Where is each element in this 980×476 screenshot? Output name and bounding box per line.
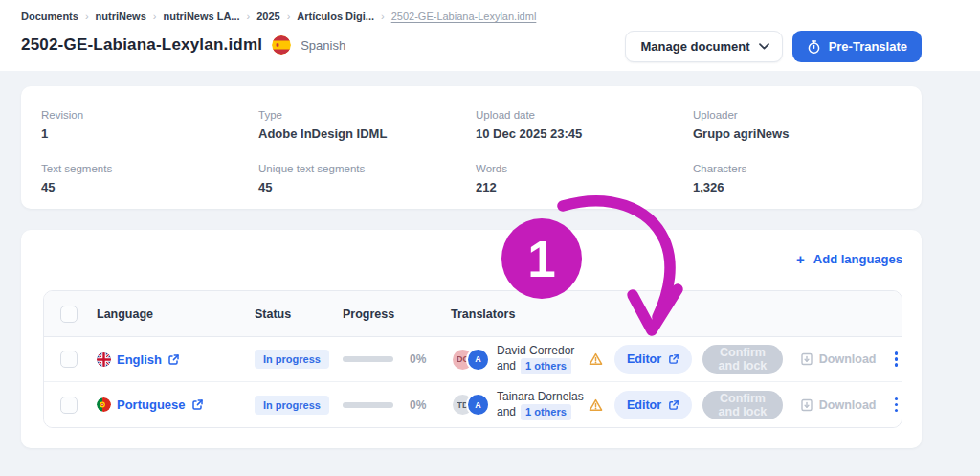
add-languages-label: Add languages <box>813 252 902 266</box>
confirm-and-lock-button[interactable]: Confirm and lock <box>702 345 783 374</box>
info-field-characters: Characters1,326 <box>693 163 922 194</box>
table-row-english: English In progress 0% DC A David Corred… <box>44 337 902 382</box>
translator-names: David Corredor and 1 others <box>497 344 574 374</box>
select-all-checkbox[interactable] <box>60 306 78 323</box>
field-label: Text segments <box>41 163 258 174</box>
download-label: Download <box>819 398 877 412</box>
table-row-portuguese: Portuguese In progress 0% TD A Tainara D… <box>44 382 902 427</box>
external-link-icon <box>668 353 679 365</box>
language-link[interactable]: Portuguese <box>117 397 186 412</box>
row-checkbox[interactable] <box>60 397 78 414</box>
translator-name: Tainara Dornelas <box>497 390 584 403</box>
breadcrumb-separator: › <box>287 11 291 22</box>
pretranslate-button[interactable]: Pre-Translate <box>792 31 922 62</box>
field-value: 1,326 <box>693 180 922 194</box>
download-label: Download <box>819 352 877 366</box>
external-link-icon[interactable] <box>167 353 180 366</box>
languages-card: + Add languages Language Status Progress… <box>21 230 922 448</box>
uk-flag-icon <box>97 352 111 367</box>
status-badge: In progress <box>255 350 329 369</box>
field-value: 45 <box>41 180 258 194</box>
breadcrumb-item[interactable]: 2025 <box>256 11 279 22</box>
breadcrumb: Documents › nutriNews › nutriNews LA... … <box>21 11 536 22</box>
column-header-progress: Progress <box>343 307 394 321</box>
progress-percent: 0% <box>410 398 426 412</box>
breadcrumb-item[interactable]: Documents <box>21 11 78 22</box>
info-field-revision: Revision1 <box>41 109 258 141</box>
progress-bar <box>343 402 393 408</box>
translator-avatars: DC A <box>451 348 490 372</box>
download-icon <box>800 352 813 366</box>
source-language-label: Spanish <box>301 38 345 53</box>
breadcrumb-item[interactable]: nutriNews LA... <box>163 11 239 22</box>
breadcrumb-separator: › <box>85 11 89 22</box>
info-grid: Revision1 TypeAdobe InDesign IDML Upload… <box>41 109 922 194</box>
external-link-icon <box>668 399 679 411</box>
pretranslate-label: Pre-Translate <box>829 39 907 54</box>
language-link[interactable]: English <box>117 352 162 367</box>
info-field-text-segments: Text segments45 <box>41 163 258 194</box>
info-field-unique-segments: Unique text segments45 <box>258 163 476 194</box>
download-button[interactable]: Download <box>800 398 877 412</box>
others-chip[interactable]: 1 others <box>521 404 571 420</box>
field-label: Revision <box>41 109 258 121</box>
row-checkbox[interactable] <box>60 351 78 368</box>
stopwatch-icon <box>807 39 821 55</box>
breadcrumb-separator: › <box>381 11 385 22</box>
field-value: 1 <box>41 126 258 141</box>
external-link-icon[interactable] <box>191 398 204 411</box>
and-label: and <box>497 405 516 419</box>
column-header-status: Status <box>255 307 291 321</box>
download-button[interactable]: Download <box>800 352 877 366</box>
field-value: Grupo agriNews <box>693 126 922 141</box>
editor-button[interactable]: Editor <box>614 345 692 374</box>
plus-icon: + <box>796 252 805 266</box>
info-field-upload-date: Upload date10 Dec 2025 23:45 <box>476 109 693 141</box>
field-value: 45 <box>258 180 476 194</box>
breadcrumb-item[interactable]: Artículos Digi... <box>297 11 374 22</box>
add-languages-button[interactable]: + Add languages <box>796 252 902 266</box>
translator-names: Tainara Dornelas and 1 others <box>497 390 584 420</box>
field-value: Adobe InDesign IDML <box>258 126 476 141</box>
row-menu-kebab-icon[interactable] <box>891 348 902 371</box>
translator-name: David Corredor <box>497 344 574 357</box>
manage-document-button[interactable]: Manage document <box>625 31 783 62</box>
editor-label: Editor <box>627 352 661 366</box>
avatar: A <box>466 348 490 372</box>
avatar: A <box>466 393 490 417</box>
page-title: 2502-GE-Labiana-Lexylan.idml <box>21 35 262 55</box>
editor-button[interactable]: Editor <box>614 391 692 419</box>
column-header-translators: Translators <box>451 307 515 321</box>
field-value: 10 Dec 2025 23:45 <box>476 126 693 141</box>
warning-icon <box>589 352 603 366</box>
column-header-language: Language <box>97 307 153 321</box>
download-icon <box>800 398 813 412</box>
field-value: 212 <box>476 180 693 194</box>
document-info-card: Revision1 TypeAdobe InDesign IDML Upload… <box>21 86 922 209</box>
breadcrumb-item[interactable]: nutriNews <box>96 11 146 22</box>
progress-bar <box>343 356 393 362</box>
breadcrumb-item-current[interactable]: 2502-GE-Labiana-Lexylan.idml <box>391 11 537 22</box>
document-title-row: 2502-GE-Labiana-Lexylan.idml Spanish <box>21 35 345 55</box>
progress-percent: 0% <box>410 352 426 366</box>
breadcrumb-separator: › <box>153 11 157 22</box>
languages-table: Language Status Progress Translators Eng… <box>43 290 902 428</box>
spain-flag-icon <box>272 35 291 55</box>
header-actions: Manage document Pre-Translate <box>625 31 923 62</box>
chevron-down-icon <box>759 43 769 50</box>
field-label: Upload date <box>476 109 693 121</box>
confirm-and-lock-button[interactable]: Confirm and lock <box>702 391 783 419</box>
table-header-row: Language Status Progress Translators <box>44 291 902 337</box>
breadcrumb-separator: › <box>247 11 251 22</box>
others-chip[interactable]: 1 others <box>521 358 571 374</box>
editor-label: Editor <box>627 398 661 412</box>
status-badge: In progress <box>255 396 329 415</box>
info-field-uploader: UploaderGrupo agriNews <box>693 109 922 141</box>
portugal-flag-icon <box>97 397 111 412</box>
field-label: Characters <box>693 163 922 174</box>
field-label: Words <box>476 163 693 174</box>
manage-document-label: Manage document <box>641 39 750 54</box>
info-field-words: Words212 <box>476 163 693 194</box>
row-menu-kebab-icon[interactable] <box>891 394 902 417</box>
field-label: Uploader <box>693 109 922 121</box>
